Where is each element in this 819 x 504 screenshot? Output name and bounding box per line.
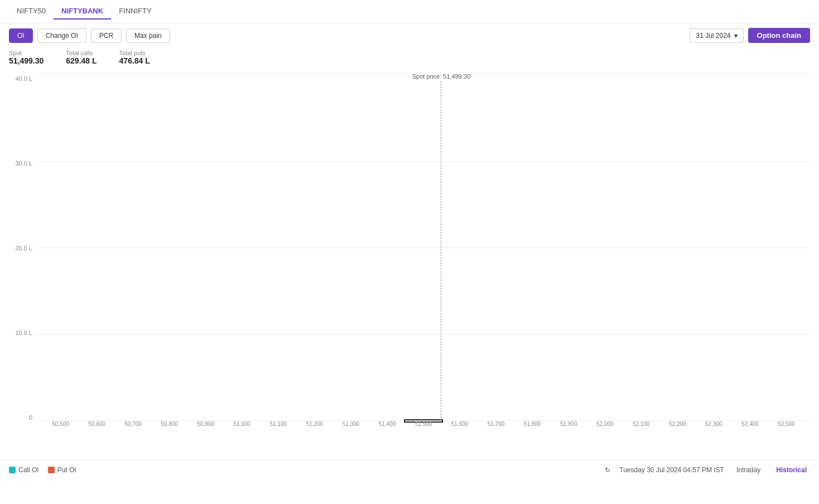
put-oi-label: Put OI [57, 466, 76, 474]
x-label: 52,200 [659, 421, 696, 427]
controls-row: OI Change OI PCR Max pain 31 Jul 2024 ▾ … [0, 23, 819, 47]
x-label: 50,600 [79, 421, 115, 427]
y-label-10: 10.0 L [9, 329, 37, 336]
stats-row: Spot 51,499.30 Total calls 629.48 L Tota… [0, 47, 819, 70]
option-chain-button[interactable]: Option chain [748, 28, 810, 43]
x-label: 50,500 [42, 421, 79, 427]
historical-view-button[interactable]: Historical [773, 465, 810, 475]
x-labels: 50,50050,60050,70050,80050,90051,00051,1… [37, 421, 810, 438]
chevron-down-icon: ▾ [734, 32, 738, 40]
total-calls-value: 629.48 L [66, 56, 97, 65]
call-oi-legend: Call OI [9, 466, 39, 474]
spot-label: Spot [9, 50, 44, 56]
tab-niftybank[interactable]: NIFTYBANK [54, 3, 111, 20]
x-label: 52,000 [587, 421, 623, 427]
intraday-view-button[interactable]: Intraday [733, 465, 764, 475]
x-label: 51,000 [224, 421, 260, 427]
x-label: 50,900 [187, 421, 224, 427]
refresh-icon[interactable]: ↻ [605, 466, 610, 474]
x-label: 52,500 [768, 421, 804, 427]
total-calls-stat: Total calls 629.48 L [66, 50, 97, 65]
total-puts-stat: Total puts 476.84 L [119, 50, 150, 65]
top-nav: NIFTY50 NIFTYBANK FINNIFTY [0, 0, 819, 23]
x-label: 51,100 [260, 421, 296, 427]
total-calls-label: Total calls [66, 50, 97, 56]
x-label: 52,300 [696, 421, 732, 427]
x-label: 51,800 [514, 421, 551, 427]
call-oi-label: Call OI [18, 466, 39, 474]
change-oi-button[interactable]: Change OI [37, 28, 86, 43]
x-label: 51,400 [369, 421, 405, 427]
tab-finnifty[interactable]: FINNIFTY [111, 3, 160, 20]
timestamp: Tuesday 30 Jul 2024 04:57 PM IST [619, 466, 724, 474]
x-label: 52,100 [623, 421, 659, 427]
spot-value: 51,499.30 [9, 56, 44, 65]
pcr-button[interactable]: PCR [91, 28, 122, 43]
chart-container: 0 10.0 L 20.0 L 30.0 L 40.0 L Spot price… [9, 75, 810, 438]
x-label: 51,900 [551, 421, 587, 427]
date-selector[interactable]: 31 Jul 2024 ▾ [690, 28, 743, 43]
selected-date: 31 Jul 2024 [696, 32, 730, 40]
chart-body: Spot price: 51,499.30 [37, 75, 810, 421]
y-label-40: 40.0 L [9, 75, 37, 82]
y-label-20: 20.0 L [9, 245, 37, 251]
x-label: 51,300 [333, 421, 369, 427]
x-label: 51,600 [442, 421, 478, 427]
x-label: 52,400 [732, 421, 768, 427]
chart-area: 0 10.0 L 20.0 L 30.0 L 40.0 L Spot price… [0, 75, 819, 460]
spot-stat: Spot 51,499.30 [9, 50, 44, 65]
put-oi-legend: Put OI [48, 466, 76, 474]
x-label: 51,200 [296, 421, 333, 427]
y-axis: 0 10.0 L 20.0 L 30.0 L 40.0 L [9, 75, 37, 421]
footer: Call OI Put OI ↻ Tuesday 30 Jul 2024 04:… [0, 460, 819, 479]
x-label: 50,700 [115, 421, 151, 427]
x-label: 51,500 [405, 421, 441, 427]
footer-right: ↻ Tuesday 30 Jul 2024 04:57 PM IST Intra… [605, 465, 810, 475]
x-label: 50,800 [151, 421, 187, 427]
put-oi-color [48, 467, 55, 473]
oi-button[interactable]: OI [9, 28, 33, 43]
y-label-30: 30.0 L [9, 160, 37, 167]
max-pain-button[interactable]: Max pain [126, 28, 170, 43]
tab-nifty50[interactable]: NIFTY50 [9, 3, 54, 20]
call-oi-color [9, 467, 16, 473]
x-label: 51,700 [478, 421, 514, 427]
y-label-0: 0 [9, 414, 37, 421]
total-puts-label: Total puts [119, 50, 150, 56]
total-puts-value: 476.84 L [119, 56, 150, 65]
bars-area [37, 75, 810, 421]
